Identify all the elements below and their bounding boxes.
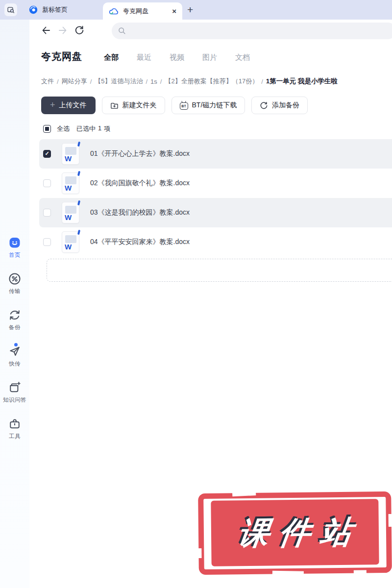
stamp-text: 课件站: [235, 511, 364, 555]
search-icon: [118, 26, 126, 35]
add-backup-label: 添加备份: [272, 101, 299, 110]
sidebar-item-label: 备份: [9, 324, 21, 331]
breadcrumb-item[interactable]: 网站分享: [62, 77, 87, 86]
doc-letter: W: [65, 184, 72, 193]
bt-download-label: BT/磁力链下载: [192, 101, 237, 110]
refresh-icon[interactable]: [74, 25, 85, 36]
file-checkbox[interactable]: [43, 209, 51, 217]
sidebar-item-tools[interactable]: 工具: [8, 417, 22, 440]
tab-images[interactable]: 图片: [202, 53, 217, 62]
file-name[interactable]: 02《我向国旗敬个礼》教案.docx: [90, 179, 190, 188]
tab-label: 新标签页: [42, 5, 68, 14]
stamp-inner: 课件站: [211, 499, 379, 566]
tab-all[interactable]: 全部: [104, 53, 119, 62]
browser-tab-newtab[interactable]: 新标签页: [29, 5, 68, 14]
select-all-checkbox[interactable]: [43, 125, 51, 133]
word-doc-icon: W: [62, 172, 79, 194]
sidebar-item-knowledge[interactable]: 知识问答: [3, 381, 26, 404]
close-tab-icon[interactable]: ×: [172, 7, 176, 15]
selected-count: 1: [98, 124, 101, 133]
drop-area[interactable]: [47, 259, 392, 282]
selected-unit: 项: [104, 124, 110, 133]
breadcrumb-separator: /: [57, 78, 59, 85]
home-smiley-icon: [8, 236, 22, 249]
upload-file-button[interactable]: + 上传文件: [41, 97, 96, 114]
doc-fold: [77, 142, 80, 147]
sidebar-item-label: 快传: [9, 360, 21, 368]
breadcrumb-item[interactable]: 【5】道德与法治: [95, 77, 143, 86]
file-list: W 01《开开心心上学去》教案.docx W 02《我向国旗敬个礼》教案.doc…: [39, 139, 392, 257]
sidebar-item-label: 传输: [9, 288, 21, 295]
new-tab-button[interactable]: +: [187, 4, 193, 16]
doc-band: [65, 206, 76, 214]
cloud-drive-icon: [109, 7, 119, 15]
file-name[interactable]: 04《平平安安回家来》教案.docx: [90, 238, 190, 246]
tab-search-icon: [7, 6, 15, 14]
doc-fold: [77, 200, 80, 206]
paper-plane-icon: [8, 344, 22, 358]
doc-band: [65, 176, 76, 184]
browser-tab-quark-drive[interactable]: 夸克网盘 ×: [103, 2, 182, 20]
upload-file-label: 上传文件: [59, 101, 87, 110]
action-toolbar: + 上传文件 新建文件夹 BT BT/磁力链下载 添加: [41, 97, 308, 114]
file-name[interactable]: 01《开开心心上学去》教案.docx: [90, 149, 190, 158]
file-row[interactable]: W 04《平平安安回家来》教案.docx: [39, 227, 392, 257]
breadcrumb: 文件 / 网站分享 / 【5】道德与法治 / 1s / 【2】全册教案【推荐】（…: [41, 77, 387, 86]
knowledge-qa-icon: [8, 381, 22, 394]
back-icon[interactable]: [41, 25, 51, 36]
app-sidebar: 首页 传输 备份: [0, 20, 29, 588]
doc-letter: W: [65, 154, 72, 163]
word-doc-icon: W: [62, 231, 79, 253]
sidebar-item-label: 知识问答: [3, 396, 26, 404]
backup-sync-icon: [8, 308, 22, 322]
breadcrumb-current: 1第一单元 我是小学生啦: [266, 77, 338, 86]
selection-status: 已选中 1 项: [76, 124, 110, 133]
doc-band: [65, 235, 76, 243]
sidebar-item-label: 首页: [9, 251, 21, 259]
select-all-label[interactable]: 全选: [57, 124, 70, 133]
stamp-gap: [389, 514, 392, 527]
sidebar-item-home[interactable]: 首页: [8, 236, 22, 259]
file-row[interactable]: W 03《这是我们的校园》教案.docx: [39, 198, 392, 227]
file-checkbox[interactable]: [43, 238, 51, 246]
bt-magnet-download-button[interactable]: BT BT/磁力链下载: [172, 97, 245, 114]
bt-icon: BT: [180, 102, 188, 110]
backup-circle-icon: [260, 101, 268, 110]
file-checkbox[interactable]: [43, 179, 51, 187]
browser-tab-bar: 新标签页 夸克网盘 × +: [0, 0, 392, 20]
folder-plus-icon: [110, 101, 119, 110]
tab-recent[interactable]: 最近: [137, 53, 151, 62]
tab-docs[interactable]: 文档: [235, 53, 250, 62]
sidebar-item-transfer[interactable]: 传输: [8, 272, 22, 295]
doc-letter: W: [65, 213, 72, 222]
filter-tabs: 全部 最近 视频 图片 文档: [104, 53, 250, 62]
transfer-icon: [8, 272, 22, 286]
notification-dot: [14, 343, 18, 346]
address-search-bar[interactable]: [112, 23, 392, 39]
search-input[interactable]: [126, 23, 392, 39]
breadcrumb-item[interactable]: 文件: [41, 77, 54, 86]
breadcrumb-separator: /: [160, 78, 162, 85]
new-folder-button[interactable]: 新建文件夹: [102, 97, 165, 114]
quark-logo-icon: [29, 5, 38, 14]
toolbox-icon: [8, 417, 22, 431]
new-folder-label: 新建文件夹: [122, 101, 157, 110]
file-name[interactable]: 03《这是我们的校园》教案.docx: [90, 208, 190, 217]
selection-bar: 全选 已选中 1 项: [43, 124, 110, 133]
sidebar-item-fast-transfer[interactable]: 快传: [8, 344, 22, 368]
file-row[interactable]: W 02《我向国旗敬个礼》教案.docx: [39, 169, 392, 198]
breadcrumb-item[interactable]: 【2】全册教案【推荐】（17份）: [165, 77, 258, 86]
breadcrumb-separator: /: [261, 78, 263, 85]
breadcrumb-item[interactable]: 1s: [150, 78, 157, 85]
selected-prefix: 已选中: [76, 124, 96, 133]
file-checkbox[interactable]: [43, 150, 51, 158]
add-backup-button[interactable]: 添加备份: [251, 97, 308, 114]
watermark-stamp: 课件站: [198, 491, 392, 575]
doc-band: [65, 147, 76, 155]
tab-search-button[interactable]: [4, 3, 17, 16]
tab-videos[interactable]: 视频: [170, 53, 184, 62]
file-row[interactable]: W 01《开开心心上学去》教案.docx: [39, 139, 392, 169]
main-content: 夸克网盘 全部 最近 视频 图片 文档 文件 / 网站分享 / 【5】道德与法治…: [29, 20, 392, 588]
breadcrumb-separator: /: [90, 78, 92, 85]
sidebar-item-backup[interactable]: 备份: [8, 308, 22, 331]
